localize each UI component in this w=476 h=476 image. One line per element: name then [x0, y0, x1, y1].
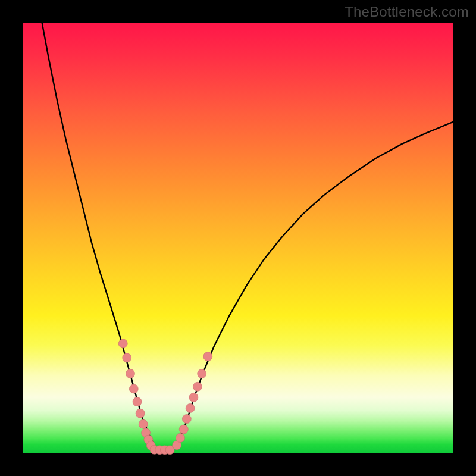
data-dot [186, 403, 195, 412]
data-dot [176, 433, 184, 442]
chart-frame: TheBottleneck.com [0, 0, 476, 476]
data-dot [203, 352, 212, 361]
bottleneck-curve [42, 23, 453, 450]
data-dots [118, 339, 212, 455]
plot-area [23, 23, 453, 453]
chart-svg [23, 23, 453, 453]
data-dot [193, 382, 202, 391]
data-dot [126, 369, 135, 378]
data-dot [179, 425, 188, 434]
data-dot [139, 419, 148, 428]
data-dot [198, 369, 206, 378]
data-dot [136, 409, 145, 418]
data-dot [133, 397, 142, 406]
data-dot [189, 393, 198, 402]
data-dot [129, 384, 138, 393]
data-dot [123, 353, 131, 362]
watermark-text: TheBottleneck.com [345, 4, 469, 20]
data-dot [182, 415, 191, 424]
data-dot [118, 339, 127, 348]
